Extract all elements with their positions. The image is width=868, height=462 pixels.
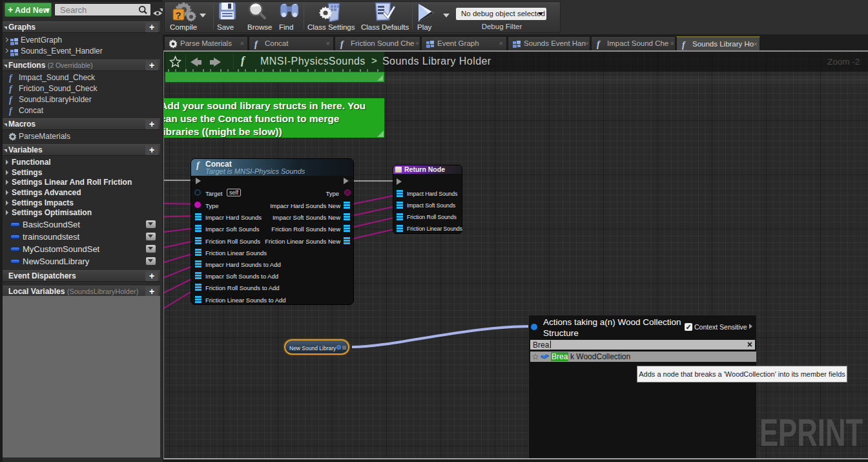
- svg-text:?: ?: [175, 10, 181, 21]
